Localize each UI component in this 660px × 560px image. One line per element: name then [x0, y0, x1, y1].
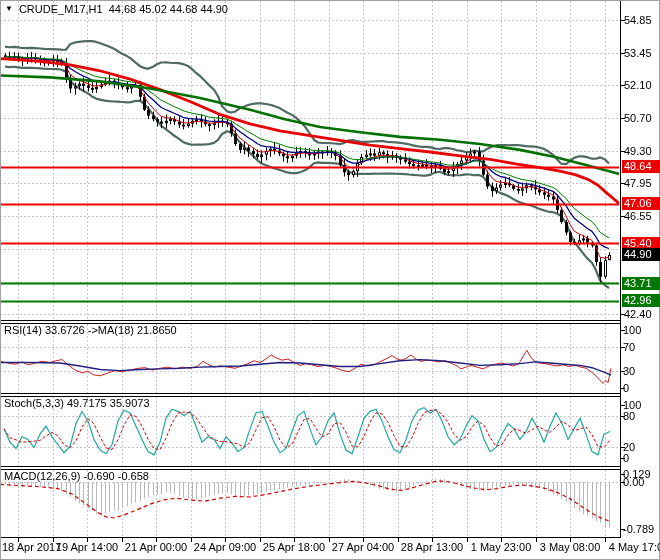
price-axis-label: 49.30	[624, 145, 652, 158]
time-axis-label: 3 May 08:00	[530, 541, 610, 554]
chart-title-bar: ▼ CRUDE_M17,H1 44.68 45.02 44.68 44.90	[5, 3, 228, 15]
stoch-axis-label: 0	[623, 452, 629, 465]
rsi-indicator-label: RSI(14) 33.6726 ->MA(18) 21.8650	[4, 324, 177, 337]
time-axis-label: 4 May 17:00	[599, 541, 660, 554]
price-level-badge: 42.96	[622, 294, 660, 307]
time-axis-label: 1 May 23:00	[461, 541, 541, 554]
last-price-badge: 44.90	[622, 248, 660, 261]
stoch-axis-label: 80	[623, 410, 635, 423]
symbol-timeframe-label: CRUDE_M17,H1	[19, 3, 103, 15]
time-axis-label: 25 Apr 18:00	[254, 541, 334, 554]
time-axis-label: 28 Apr 13:00	[392, 541, 472, 554]
price-level-badge: 47.06	[622, 197, 660, 210]
rsi-axis-label: 30	[623, 365, 635, 378]
time-axis-label: 27 Apr 04:00	[323, 541, 403, 554]
macd-axis-label: -0.789	[623, 523, 654, 536]
rsi-axis-label: 100	[623, 324, 641, 337]
price-level-badge: 43.71	[622, 277, 660, 290]
price-axis-label: 52.10	[624, 79, 652, 92]
stoch-indicator-label: Stoch(5,3,3) 49.7175 35.9073	[4, 397, 150, 410]
time-axis-label: 24 Apr 09:00	[185, 541, 265, 554]
price-axis-label: 50.70	[624, 112, 652, 125]
time-axis-label: 21 Apr 00:00	[116, 541, 196, 554]
ohlc-values-label: 44.68 45.02 44.68 44.90	[109, 3, 228, 15]
price-axis-label: 47.95	[624, 177, 652, 190]
price-axis-label: 54.85	[624, 14, 652, 27]
macd-axis-label: 0.00	[623, 476, 644, 489]
rsi-axis-label: 0	[623, 382, 629, 395]
price-axis-label: 42.40	[624, 308, 652, 321]
price-axis-label: 46.55	[624, 210, 652, 223]
price-axis-label: 53.45	[624, 47, 652, 60]
rsi-axis-label: 70	[623, 341, 635, 354]
symbol-dropdown-icon[interactable]: ▼	[5, 4, 13, 14]
chart-window: ▼ CRUDE_M17,H1 44.68 45.02 44.68 44.90 R…	[0, 0, 660, 560]
time-axis-label: 19 Apr 14:00	[47, 541, 127, 554]
macd-indicator-label: MACD(12,26,9) -0.690 -0.658	[4, 470, 149, 483]
price-level-badge: 48.64	[622, 160, 660, 173]
